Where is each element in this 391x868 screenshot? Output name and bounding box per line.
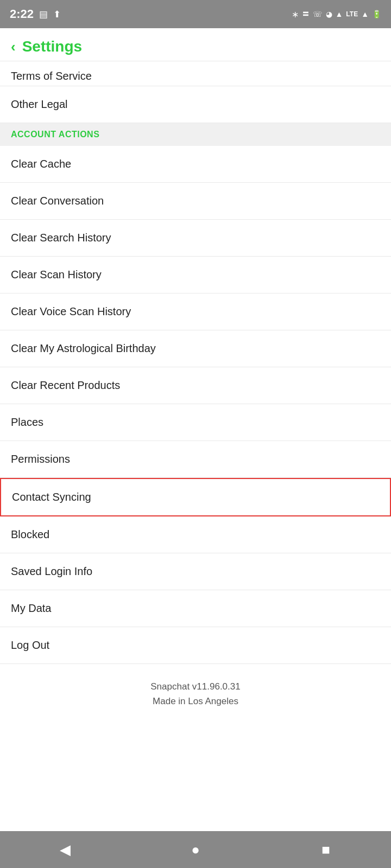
footer-version: Snapchat v11.96.0.31 Made in Los Angeles — [0, 664, 391, 719]
nav-bar: ◀ ● ■ — [0, 831, 391, 868]
section-header-label: ACCOUNT ACTIONS — [11, 130, 99, 139]
notification-icon: ▤ — [39, 9, 48, 20]
settings-header: ‹ Settings — [0, 28, 391, 61]
menu-item-saved-login-info[interactable]: Saved Login Info — [0, 553, 391, 590]
menu-item-clear-recent-products[interactable]: Clear Recent Products — [0, 367, 391, 404]
status-right-icons: ∗ 〓 ☏ ◕ ▲ LTE ▲ 🔋 — [292, 9, 382, 20]
terms-of-service-label: Terms of Service — [11, 70, 92, 82]
lte-label: LTE — [346, 10, 358, 18]
menu-item-permissions[interactable]: Permissions — [0, 441, 391, 478]
menu-item-log-out[interactable]: Log Out — [0, 627, 391, 664]
saved-login-info-label: Saved Login Info — [11, 565, 92, 577]
menu-item-clear-conversation[interactable]: Clear Conversation — [0, 183, 391, 220]
clear-recent-products-label: Clear Recent Products — [11, 379, 120, 391]
section-header-account-actions: ACCOUNT ACTIONS — [0, 123, 391, 146]
contact-syncing-label: Contact Syncing — [12, 491, 91, 503]
other-legal-label: Other Legal — [11, 98, 68, 110]
menu-item-clear-cache[interactable]: Clear Cache — [0, 146, 391, 183]
status-time: 2:22 — [10, 7, 34, 21]
upload-icon: ⬆ — [53, 9, 61, 20]
bluetooth-icon: ∗ — [292, 9, 299, 20]
wifi-icon: ◕ — [326, 10, 332, 18]
status-bar: 2:22 ▤ ⬆ ∗ 〓 ☏ ◕ ▲ LTE ▲ 🔋 — [0, 0, 391, 28]
clear-scan-history-label: Clear Scan History — [11, 269, 102, 280]
nav-back-button[interactable]: ◀ — [49, 833, 81, 866]
menu-item-other-legal[interactable]: Other Legal — [0, 86, 391, 123]
version-line1: Snapchat v11.96.0.31 — [11, 679, 380, 694]
log-out-label: Log Out — [11, 639, 49, 651]
clear-conversation-label: Clear Conversation — [11, 195, 104, 207]
signal-icon: ▲ — [336, 10, 343, 18]
menu-item-blocked[interactable]: Blocked — [0, 516, 391, 553]
menu-item-terms-of-service[interactable]: Terms of Service — [0, 61, 391, 86]
vibrate-icon: 〓 — [302, 9, 310, 19]
permissions-label: Permissions — [11, 453, 70, 465]
clear-cache-label: Clear Cache — [11, 158, 71, 170]
menu-item-contact-syncing[interactable]: Contact Syncing — [0, 478, 391, 516]
signal2-icon: ▲ — [361, 10, 369, 18]
menu-item-clear-search-history[interactable]: Clear Search History — [0, 220, 391, 257]
menu-item-clear-astrological-birthday[interactable]: Clear My Astrological Birthday — [0, 330, 391, 367]
version-line2: Made in Los Angeles — [11, 694, 380, 709]
back-button[interactable]: ‹ — [11, 39, 16, 55]
battery-icon: 🔋 — [372, 10, 381, 18]
places-label: Places — [11, 416, 43, 428]
menu-items-list: Clear CacheClear ConversationClear Searc… — [0, 146, 391, 664]
menu-item-clear-voice-scan-history[interactable]: Clear Voice Scan History — [0, 293, 391, 330]
menu-item-my-data[interactable]: My Data — [0, 590, 391, 627]
clear-astrological-birthday-label: Clear My Astrological Birthday — [11, 342, 156, 354]
clear-search-history-label: Clear Search History — [11, 232, 111, 244]
call-icon: ☏ — [313, 10, 323, 18]
clear-voice-scan-history-label: Clear Voice Scan History — [11, 305, 131, 317]
page-title: Settings — [22, 38, 82, 55]
nav-recent-button[interactable]: ■ — [310, 833, 342, 866]
menu-item-clear-scan-history[interactable]: Clear Scan History — [0, 257, 391, 293]
my-data-label: My Data — [11, 602, 51, 614]
blocked-label: Blocked — [11, 528, 49, 540]
menu-item-places[interactable]: Places — [0, 404, 391, 441]
nav-home-button[interactable]: ● — [179, 833, 212, 866]
